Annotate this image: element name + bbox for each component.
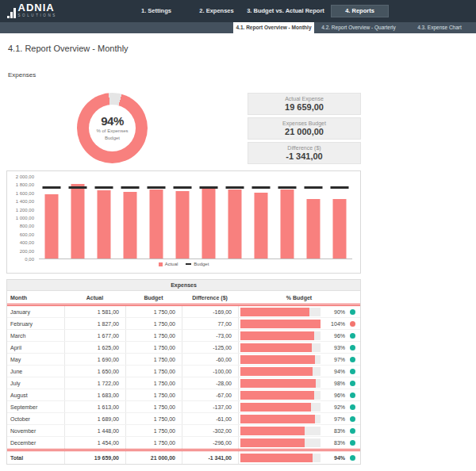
cell-month: September [7,404,64,410]
cell-budget: 1 750,00 [125,437,182,449]
status-dot-green-icon [350,381,355,386]
column-header-month: Month [7,295,64,301]
y-axis-label: 1 400,00 [16,199,34,204]
column-header-actual: Actual [64,295,125,301]
cell-actual: 1 690,00 [64,354,125,365]
table-total-row-container: Total19 659,0021 000,00-1 341,0094% [7,451,360,464]
table-header-row: Month Actual Budget Difference ($) % Bud… [7,291,360,304]
chart-bar-group-february [65,177,91,258]
actual-bar [124,192,137,258]
table-row-april: April1 625,001 750,00-125,0093% [7,342,360,354]
actual-bar [280,190,294,258]
table-row-october: October1 689,001 750,00-61,0097% [7,413,360,425]
cell-pct-budget: 83% [238,425,360,436]
table-body: January1 581,001 750,00-169,0090%Februar… [7,306,360,449]
y-axis-label: 200,00 [20,249,34,254]
y-axis-label: 2 000,00 [16,174,34,179]
cell-pct-budget: 96% [238,330,360,341]
pct-bar-track [240,454,321,462]
nav-tab-reports-active[interactable]: 4. Reports [331,5,389,17]
pct-value-label: 94% [321,369,350,374]
actual-bar [332,199,346,258]
actual-bar [45,194,59,258]
budget-tick-marker [304,186,322,189]
budget-tick-marker [199,186,217,189]
cell-difference: -67,00 [182,389,238,400]
nav-tab-expenses[interactable]: 2. Expenses [199,0,233,22]
budget-tick-marker [251,186,270,189]
pct-value-label: 90% [321,309,350,315]
actual-bar [306,199,320,258]
cell-month: November [7,428,64,434]
cell-pct-budget: 96% [238,389,360,400]
legend-item-budget: Budget [186,262,209,266]
cell-month: January [7,309,64,315]
chart-legend: Actual Budget [7,262,360,266]
y-axis-label: 1 600,00 [16,191,34,196]
pct-bar-fill [240,454,313,462]
cell-month: December [7,440,64,446]
cell-difference: -60,00 [182,354,238,365]
subtab-report-overview-monthly[interactable]: 4.1. Report Overview - Monthly [233,22,314,33]
legend-label: Budget [194,262,209,266]
budget-tick-marker [174,186,192,189]
budget-percent-donut-chart: 94% % of Expenses Budget [77,93,148,163]
actual-bar [254,193,267,258]
cell-budget: 1 750,00 [125,425,182,436]
pct-value-label: 93% [321,345,350,350]
pct-bar-fill [240,415,315,423]
status-dot-green-icon [350,416,355,422]
subtab-expense-chart[interactable]: 4.3. Expense Chart [403,22,476,33]
column-header-difference: Difference ($) [182,295,238,301]
status-dot-green-icon [350,392,355,398]
stat-label: Expenses Budget [248,121,360,126]
cell-actual: 19 659,00 [64,451,125,464]
pct-bar-fill [240,379,316,388]
chart-bar-group-december [326,177,352,258]
donut-caption-line1: % of Expenses [96,128,128,135]
pct-value-label: 97% [321,416,350,422]
column-header-pct-budget: % Budget [238,295,360,301]
table-title: Expenses [7,280,360,291]
pct-value-label: 83% [321,440,350,446]
pct-bar-track [240,343,321,352]
budget-tick-marker [330,186,348,189]
cell-difference: -169,00 [182,306,238,317]
table-row-december: December1 454,001 750,00-296,0083% [7,437,360,449]
nav-tab-budget-vs-actual[interactable]: 3. Budget vs. Actual Report [247,0,324,22]
status-dot-green-icon [350,428,355,434]
budget-series-dash-icon [186,263,191,265]
stat-value: 21 000,00 [248,127,360,136]
chart-bar-group-may [144,177,170,258]
monthly-expenses-bar-chart: 2 000,001 800,001 600,001 400,001 200,00… [6,170,361,274]
table-row-march: March1 677,001 750,00-73,0096% [7,330,360,342]
pct-value-label: 94% [321,455,350,461]
subtab-report-overview-quarterly[interactable]: 4.2. Report Overview - Quarterly [314,22,403,33]
brand-logo: ADNIA SOLUTIONS [7,2,57,18]
cell-budget: 1 750,00 [125,389,182,400]
pct-bar-fill [240,308,309,316]
actual-series-swatch-icon [159,262,163,266]
budget-tick-marker [148,186,166,189]
pct-bar-fill [240,355,315,364]
cell-month: March [7,333,64,339]
pct-value-label: 96% [321,392,350,398]
cell-pct-budget: 94% [238,366,360,377]
y-axis-label: 1 200,00 [16,208,34,213]
chart-bar-group-august [221,177,248,258]
cell-month: July [7,381,64,386]
nav-tab-settings[interactable]: 1. Settings [141,0,171,22]
cell-actual: 1 722,00 [64,377,125,389]
cell-pct-budget: 83% [238,437,360,449]
budget-tick-marker [225,186,244,189]
cell-budget: 1 750,00 [125,401,182,412]
cell-pct-budget: 93% [238,342,360,353]
donut-center: 94% % of Expenses Budget [89,105,136,151]
y-axis-label: 400,00 [20,240,34,245]
cell-month: October [7,416,64,422]
kpi-stats: Actual Expense 19 659,00 Expenses Budget… [248,93,361,167]
cell-pct-budget: 97% [238,354,360,365]
pct-bar-track [240,355,321,364]
table-total-row: Total19 659,0021 000,00-1 341,0094% [7,451,360,464]
cell-actual: 1 454,00 [64,437,125,449]
